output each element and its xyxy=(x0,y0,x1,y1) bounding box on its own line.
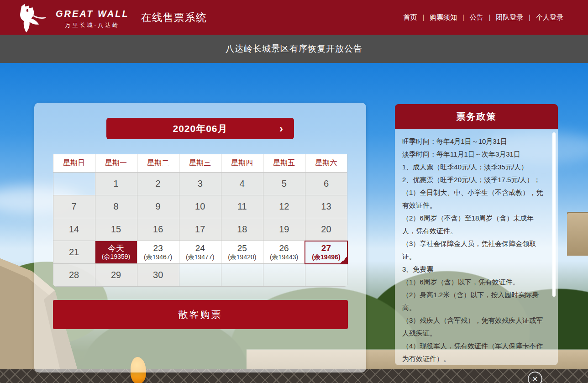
day-cell-12: 12 xyxy=(263,195,305,218)
day-cell-13: 13 xyxy=(305,195,347,218)
calendar-table: 星期日星期一星期二星期三星期四星期五星期六 123456789101112131… xyxy=(53,154,348,287)
weekday-header: 星期五 xyxy=(263,154,305,173)
selected-check-icon: ✓ xyxy=(340,256,347,264)
weekday-header: 星期日 xyxy=(53,154,95,173)
policy-line: 3、免费票 xyxy=(402,263,547,276)
day-cell-14: 14 xyxy=(53,218,95,241)
remaining-tickets: (余19467) xyxy=(137,253,179,261)
nav-personal-login[interactable]: 个人登录 xyxy=(530,13,569,22)
policy-line: 旺季时间：每年4月1日～10月31日 xyxy=(402,135,547,148)
remaining-tickets: (余19420) xyxy=(221,253,263,261)
site-logo[interactable]: GREAT WALL 万里长城·八达岭 xyxy=(13,2,129,32)
empty-cell xyxy=(53,173,95,195)
nav-ticket-notice[interactable]: 购票须知 xyxy=(424,13,462,22)
nav-group-login[interactable]: 团队登录 xyxy=(490,13,529,22)
empty-cell xyxy=(221,264,263,287)
day-cell-8: 8 xyxy=(95,195,137,218)
hero-background: 2020年06月 › 星期日星期一星期二星期三星期四星期五星期六 1234567… xyxy=(0,63,588,383)
day-number: 13 xyxy=(305,201,347,212)
empty-cell xyxy=(305,264,347,287)
day-number: 21 xyxy=(53,247,95,257)
nav-announcement[interactable]: 公告 xyxy=(464,13,489,22)
day-number: 10 xyxy=(179,201,221,212)
individual-purchase-button[interactable]: 散客购票 xyxy=(53,300,348,329)
day-number: 5 xyxy=(263,178,305,189)
day-cell-1: 1 xyxy=(95,173,137,195)
day-cell-30: 30 xyxy=(137,264,179,287)
day-cell-10: 10 xyxy=(179,195,221,218)
remaining-tickets: (余19443) xyxy=(263,253,305,261)
day-number: 23 xyxy=(137,243,179,253)
day-cell-7: 7 xyxy=(53,195,95,218)
day-cell-29: 29 xyxy=(95,264,137,287)
weekday-header: 星期一 xyxy=(95,154,137,173)
policy-text-area: 旺季时间：每年4月1日～10月31日淡季时间：每年11月1日～次年3月31日1、… xyxy=(395,129,558,365)
weekday-header: 星期二 xyxy=(137,154,179,173)
day-cell-18: 18 xyxy=(221,218,263,241)
day-cell-2: 2 xyxy=(137,173,179,195)
page-title: 在线售票系统 xyxy=(141,10,207,25)
policy-line: （2）身高1.2米（含）以下，按入园时实际身高。 xyxy=(402,289,547,314)
remaining-tickets: (余19477) xyxy=(179,253,221,261)
notice-bar[interactable]: 八达岭长城景区有序恢复开放公告 xyxy=(0,35,588,63)
nav-home[interactable]: 首页 xyxy=(398,13,422,22)
day-number: 17 xyxy=(179,224,221,235)
weekday-header: 星期六 xyxy=(305,154,347,173)
day-number: 1 xyxy=(95,178,137,189)
day-cell-25[interactable]: 25(余19420) xyxy=(221,241,263,264)
day-number: 今天 xyxy=(95,244,137,253)
day-number: 3 xyxy=(179,178,221,189)
day-cell-21: 21 xyxy=(53,241,95,264)
day-cell-16: 16 xyxy=(137,218,179,241)
day-number: 27 xyxy=(305,243,346,253)
day-number: 4 xyxy=(221,178,263,189)
brand-name-en: GREAT WALL xyxy=(56,9,129,19)
day-cell-17: 17 xyxy=(179,218,221,241)
policy-title: 票务政策 xyxy=(457,110,497,123)
day-cell-5: 5 xyxy=(263,173,305,195)
day-number: 25 xyxy=(221,243,263,253)
weekday-header: 星期四 xyxy=(221,154,263,173)
notice-bar-text: 八达岭长城景区有序恢复开放公告 xyxy=(226,43,362,55)
app-header: GREAT WALL 万里长城·八达岭 在线售票系统 首页|购票须知|公告|团队… xyxy=(0,0,588,35)
day-number: 26 xyxy=(263,243,305,253)
day-cell-4: 4 xyxy=(221,173,263,195)
policy-line: （1）全日制大、中、小学生（不含成教），凭有效证件。 xyxy=(402,186,547,212)
next-month-icon[interactable]: › xyxy=(279,123,283,134)
day-cell-23[interactable]: 23(余19467) xyxy=(137,241,179,264)
ticket-policy-panel: 票务政策 旺季时间：每年4月1日～10月31日淡季时间：每年11月1日～次年3月… xyxy=(395,104,558,365)
day-cell-27[interactable]: 27(余19496)✓ xyxy=(305,241,347,264)
day-cell-24[interactable]: 24(余19477) xyxy=(179,241,221,264)
day-number: 24 xyxy=(179,243,221,253)
day-number: 12 xyxy=(263,201,305,212)
day-number: 6 xyxy=(305,178,347,189)
day-number: 7 xyxy=(53,201,95,212)
close-icon[interactable]: ✕ xyxy=(528,372,542,383)
day-number: 11 xyxy=(221,201,263,212)
policy-panel-header: 票务政策 xyxy=(395,104,558,129)
policy-line: （1）6周岁（含）以下，凭有效证件。 xyxy=(402,276,547,289)
day-cell-20: 20 xyxy=(305,218,347,241)
day-number: 16 xyxy=(137,224,179,235)
day-cell-今天[interactable]: 今天(余19359) xyxy=(95,241,137,264)
great-wall-logo-icon xyxy=(13,2,53,32)
day-cell-19: 19 xyxy=(263,218,305,241)
day-number: 30 xyxy=(137,270,179,280)
day-number: 20 xyxy=(305,224,347,235)
policy-scrollbar[interactable] xyxy=(552,132,556,297)
day-number: 28 xyxy=(53,270,95,280)
booking-calendar-card: 2020年06月 › 星期日星期一星期二星期三星期四星期五星期六 1234567… xyxy=(34,103,366,373)
policy-line: （4）现役军人，凭有效证件（军人保障卡不作为有效证件）。 xyxy=(402,340,547,365)
remaining-tickets: (余19359) xyxy=(95,253,137,261)
brand-name-zh: 万里长城·八达岭 xyxy=(65,21,120,29)
policy-line: （2）6周岁（不含）至18周岁（含）未成年人，凭有效证件。 xyxy=(402,212,547,237)
day-number: 9 xyxy=(137,201,179,212)
policy-line: 1、成人票（旺季40元/人；淡季35元/人） xyxy=(402,161,547,173)
month-selector[interactable]: 2020年06月 › xyxy=(106,118,294,139)
policy-line: 2、优惠票（旺季20元/人；淡季17.5元/人）； xyxy=(402,173,547,186)
day-cell-26[interactable]: 26(余19443) xyxy=(263,241,305,264)
month-label: 2020年06月 xyxy=(173,122,227,135)
day-cell-15: 15 xyxy=(95,218,137,241)
check-glyph: ✓ xyxy=(342,258,346,262)
policy-line: （3）残疾人（含军残），凭有效残疾人证或军人残疾证。 xyxy=(402,314,547,340)
